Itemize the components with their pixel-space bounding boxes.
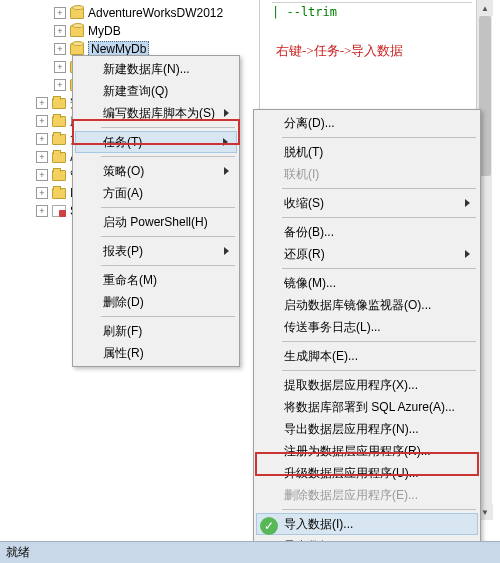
editor-code-snippet: | --ltrim xyxy=(272,2,472,19)
menu-separator xyxy=(101,265,235,266)
menu-item-label: 提取数据层应用程序(X)... xyxy=(284,377,418,394)
menu-separator xyxy=(101,236,235,237)
expand-icon[interactable]: + xyxy=(36,187,48,199)
expand-icon[interactable]: + xyxy=(36,115,48,127)
menu-item-label: 方面(A) xyxy=(103,185,143,202)
menu-item-label: 脱机(T) xyxy=(284,144,323,161)
menu-item[interactable]: 属性(R) xyxy=(75,342,237,364)
menu-item[interactable]: 报表(P) xyxy=(75,240,237,262)
menu-item-label: 收缩(S) xyxy=(284,195,324,212)
menu-item[interactable]: 新建查询(Q) xyxy=(75,80,237,102)
db-icon xyxy=(70,25,84,37)
instruction-annotation: 右键->任务->导入数据 xyxy=(276,42,403,60)
expand-icon[interactable]: + xyxy=(54,43,66,55)
menu-item[interactable]: 将数据库部署到 SQL Azure(A)... xyxy=(256,396,478,418)
menu-separator xyxy=(282,137,476,138)
menu-item-label: 刷新(F) xyxy=(103,323,142,340)
tree-item-label: AdventureWorksDW2012 xyxy=(88,6,223,20)
expand-icon[interactable]: + xyxy=(54,25,66,37)
menu-separator xyxy=(282,217,476,218)
sql-icon xyxy=(52,205,66,217)
expand-icon[interactable]: + xyxy=(36,97,48,109)
menu-item[interactable]: 升级数据层应用程序(U)... xyxy=(256,462,478,484)
menu-item[interactable]: 导入数据(I)... xyxy=(256,513,478,535)
menu-item: 删除数据层应用程序(E)... xyxy=(256,484,478,506)
tasks-submenu[interactable]: 分离(D)...脱机(T)联机(I)收缩(S)备份(B)...还原(R)镜像(M… xyxy=(253,109,481,559)
expand-icon[interactable]: + xyxy=(36,205,48,217)
menu-item[interactable]: 启动数据库镜像监视器(O)... xyxy=(256,294,478,316)
menu-item[interactable]: 镜像(M)... xyxy=(256,272,478,294)
menu-item-label: 编写数据库脚本为(S) xyxy=(103,105,215,122)
menu-item-label: 属性(R) xyxy=(103,345,144,362)
menu-item-label: 联机(I) xyxy=(284,166,319,183)
menu-item-label: 新建查询(Q) xyxy=(103,83,168,100)
folder-icon xyxy=(52,188,66,199)
menu-item[interactable]: 策略(O) xyxy=(75,160,237,182)
menu-item-label: 还原(R) xyxy=(284,246,325,263)
expand-icon[interactable]: + xyxy=(36,133,48,145)
tree-item[interactable]: +AdventureWorksDW2012 xyxy=(0,4,259,22)
menu-item-label: 备份(B)... xyxy=(284,224,334,241)
submenu-arrow-icon xyxy=(223,138,228,146)
submenu-arrow-icon xyxy=(224,247,229,255)
scroll-up-arrow[interactable]: ▲ xyxy=(477,0,493,16)
menu-item: 联机(I) xyxy=(256,163,478,185)
folder-icon xyxy=(52,152,66,163)
menu-item-label: 镜像(M)... xyxy=(284,275,336,292)
menu-item[interactable]: 脱机(T) xyxy=(256,141,478,163)
submenu-arrow-icon xyxy=(465,250,470,258)
menu-item[interactable]: 编写数据库脚本为(S) xyxy=(75,102,237,124)
menu-item[interactable]: 传送事务日志(L)... xyxy=(256,316,478,338)
expand-icon[interactable]: + xyxy=(36,151,48,163)
submenu-arrow-icon xyxy=(224,109,229,117)
menu-item[interactable]: 删除(D) xyxy=(75,291,237,313)
db-icon xyxy=(70,43,84,55)
menu-item-label: 新建数据库(N)... xyxy=(103,61,190,78)
submenu-arrow-icon xyxy=(465,199,470,207)
menu-item-label: 将数据库部署到 SQL Azure(A)... xyxy=(284,399,455,416)
menu-item[interactable]: 刷新(F) xyxy=(75,320,237,342)
db-icon xyxy=(70,7,84,19)
menu-separator xyxy=(101,207,235,208)
tree-item[interactable]: +MyDB xyxy=(0,22,259,40)
menu-item[interactable]: 启动 PowerShell(H) xyxy=(75,211,237,233)
menu-separator xyxy=(282,341,476,342)
menu-item-label: 生成脚本(E)... xyxy=(284,348,358,365)
tree-item-label: MyDB xyxy=(88,24,121,38)
menu-item[interactable]: 导出数据层应用程序(N)... xyxy=(256,418,478,440)
menu-item[interactable]: 注册为数据层应用程序(R)... xyxy=(256,440,478,462)
menu-item[interactable]: 提取数据层应用程序(X)... xyxy=(256,374,478,396)
status-ok-icon: ✓ xyxy=(260,517,278,535)
menu-item[interactable]: 分离(D)... xyxy=(256,112,478,134)
menu-item[interactable]: 还原(R) xyxy=(256,243,478,265)
menu-separator xyxy=(101,316,235,317)
database-context-menu[interactable]: 新建数据库(N)...新建查询(Q)编写数据库脚本为(S)任务(T)策略(O)方… xyxy=(72,55,240,367)
expand-icon[interactable]: + xyxy=(54,79,66,91)
folder-icon xyxy=(52,98,66,109)
menu-item-label: 报表(P) xyxy=(103,243,143,260)
folder-icon xyxy=(52,170,66,181)
menu-item[interactable]: 生成脚本(E)... xyxy=(256,345,478,367)
menu-item[interactable]: 收缩(S) xyxy=(256,192,478,214)
expand-icon[interactable]: + xyxy=(54,61,66,73)
menu-item-label: 传送事务日志(L)... xyxy=(284,319,381,336)
menu-item[interactable]: 任务(T) xyxy=(75,131,237,153)
menu-item[interactable]: 新建数据库(N)... xyxy=(75,58,237,80)
menu-item[interactable]: 备份(B)... xyxy=(256,221,478,243)
status-bar: 就绪 xyxy=(0,541,500,563)
menu-item-label: 删除(D) xyxy=(103,294,144,311)
menu-item-label: 导出数据层应用程序(N)... xyxy=(284,421,419,438)
expand-icon[interactable]: + xyxy=(36,169,48,181)
expand-icon[interactable]: + xyxy=(54,7,66,19)
menu-item-label: 启动 PowerShell(H) xyxy=(103,214,208,231)
menu-item-label: 升级数据层应用程序(U)... xyxy=(284,465,419,482)
menu-item-label: 删除数据层应用程序(E)... xyxy=(284,487,418,504)
menu-item[interactable]: 方面(A) xyxy=(75,182,237,204)
menu-item[interactable]: 重命名(M) xyxy=(75,269,237,291)
menu-item-label: 策略(O) xyxy=(103,163,144,180)
menu-separator xyxy=(282,268,476,269)
menu-item-label: 分离(D)... xyxy=(284,115,335,132)
menu-separator xyxy=(101,156,235,157)
folder-icon xyxy=(52,116,66,127)
menu-item-label: 重命名(M) xyxy=(103,272,157,289)
